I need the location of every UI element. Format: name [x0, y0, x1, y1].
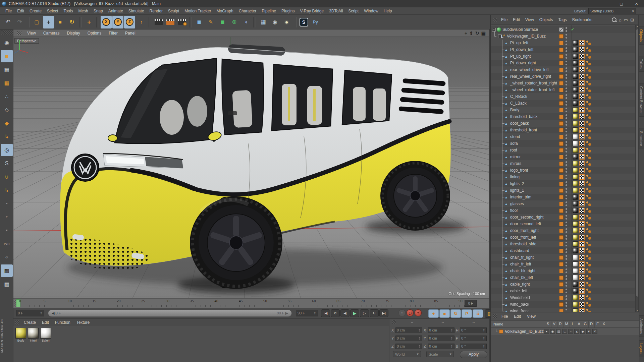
panel-grip[interactable]	[493, 18, 497, 22]
pin-p-icon[interactable]: P	[1, 211, 13, 223]
pin-r-icon[interactable]: R	[1, 224, 13, 237]
selection-tag[interactable]	[586, 40, 592, 46]
menu-item[interactable]: Window	[361, 9, 381, 13]
pan-view-icon[interactable]: +	[465, 31, 467, 36]
uvw-tag[interactable]	[579, 47, 585, 52]
layer-color-chip[interactable]	[559, 255, 564, 260]
side-tab[interactable]: Structure	[639, 128, 644, 149]
visibility-dots[interactable]	[566, 222, 567, 226]
lights_2[interactable]: ▲ lights_2	[491, 180, 635, 187]
material-tag[interactable]	[573, 101, 578, 106]
material-menu-item[interactable]: Edit	[39, 320, 52, 325]
material-tag[interactable]	[573, 80, 578, 86]
enable-snap-icon[interactable]: ∪	[1, 171, 13, 183]
layer-color-chip[interactable]	[559, 41, 564, 45]
chair_fr_right[interactable]: ▲ chair_fr_right	[491, 254, 635, 261]
layer-color-chip[interactable]	[559, 141, 564, 146]
prev-frame-button[interactable]: ◀	[340, 309, 350, 317]
selection-tag[interactable]	[586, 288, 592, 294]
layer-color-chip[interactable]	[559, 249, 564, 253]
object-manager-menu-item[interactable]: Objects	[537, 17, 556, 22]
selection-tag[interactable]	[586, 80, 592, 86]
layer-color-chip[interactable]	[559, 155, 564, 159]
object-manager-menu-item[interactable]: File	[498, 17, 510, 22]
home-icon[interactable]: ⌂	[619, 17, 622, 22]
viewport-menu-item[interactable]: Panel	[121, 31, 139, 36]
material-tag[interactable]	[573, 114, 578, 119]
uvw-tag[interactable]	[579, 80, 585, 86]
play-button[interactable]: ▶	[350, 309, 359, 317]
enabled-check-icon[interactable]: ✓	[571, 27, 574, 32]
material-tag[interactable]	[573, 67, 578, 72]
coordinate-input[interactable]: 0 cm⇕	[428, 336, 454, 341]
material-tag[interactable]	[573, 201, 578, 206]
Pt_down_right[interactable]: ▲ Pt_down_right	[491, 60, 635, 66]
selection-tag[interactable]	[586, 121, 592, 126]
material-tag[interactable]	[573, 235, 578, 240]
menu-item[interactable]: Pipeline	[259, 9, 279, 13]
redo-icon[interactable]: ↷	[14, 16, 25, 28]
selection-tag[interactable]	[586, 74, 592, 79]
Body[interactable]: Body	[15, 328, 27, 342]
material-tag[interactable]	[573, 40, 578, 46]
uvw-tag[interactable]	[579, 194, 585, 200]
timeline-slider[interactable]: ◀ 0 F 90 F ▶	[48, 310, 292, 317]
model-mode-icon[interactable]: ■	[1, 50, 13, 62]
visibility-dots[interactable]	[566, 121, 567, 126]
Interi[interactable]: Interi	[27, 328, 39, 342]
_wheel_rotator_front_right[interactable]: ▲ _wheel_rotator_front_right	[491, 80, 635, 86]
uvw-tag[interactable]	[579, 221, 585, 227]
uvw-tag[interactable]	[579, 201, 585, 206]
chair_bk_left[interactable]: ▲ chair_bk_left	[491, 274, 635, 281]
visibility-dots[interactable]	[566, 175, 567, 179]
scale-tool-icon[interactable]: ■	[55, 16, 66, 28]
visibility-dots[interactable]	[566, 255, 567, 260]
uvw-tag[interactable]	[579, 255, 585, 260]
menu-item[interactable]: V-Ray Bridge	[297, 9, 326, 13]
uvw-tag[interactable]	[579, 174, 585, 180]
visibility-dots[interactable]	[566, 34, 567, 39]
visibility-dots[interactable]	[566, 268, 567, 273]
uvw-tag[interactable]	[579, 94, 585, 99]
menu-item[interactable]: Mesh	[75, 9, 91, 13]
menu-item[interactable]: MoGraph	[214, 9, 236, 13]
solo-dot-icon[interactable]: ●	[544, 329, 549, 334]
layer-color-chip[interactable]	[559, 81, 564, 85]
uvw-tag[interactable]	[579, 268, 585, 274]
lights_1[interactable]: ▲ lights_1	[491, 187, 635, 194]
visibility-dots[interactable]	[566, 295, 567, 300]
object-manager-menu-item[interactable]: Bookmarks	[570, 17, 595, 22]
lock-x-axis-icon[interactable]: X	[101, 16, 112, 28]
selection-tag[interactable]	[586, 188, 592, 193]
render-view-icon[interactable]	[153, 16, 164, 28]
uvw-tag[interactable]	[579, 134, 585, 139]
layer-color-chip[interactable]	[559, 101, 564, 106]
material-tag[interactable]	[573, 188, 578, 193]
visibility-dots[interactable]	[566, 208, 567, 213]
menu-item[interactable]: Render	[147, 9, 165, 13]
layer-color-chip[interactable]	[559, 262, 564, 266]
material-tag[interactable]	[573, 261, 578, 267]
object-manager-menu-item[interactable]: Tags	[556, 17, 570, 22]
uvw-tag[interactable]	[579, 228, 585, 233]
visibility-dots[interactable]	[566, 282, 567, 287]
visibility-dots[interactable]	[566, 188, 567, 193]
material-tag[interactable]	[573, 127, 578, 133]
uvw-tag[interactable]	[579, 127, 585, 133]
uvw-tag[interactable]	[579, 74, 585, 79]
material-tag[interactable]	[573, 295, 578, 300]
visibility-dots[interactable]	[566, 235, 567, 240]
render-settings-icon[interactable]	[176, 16, 187, 28]
stend[interactable]: ▲ stend	[491, 133, 635, 140]
material-tag[interactable]	[573, 215, 578, 220]
layer-color-chip[interactable]	[559, 195, 564, 199]
material-tag[interactable]	[573, 141, 578, 146]
add-icon[interactable]: ⊞	[630, 17, 634, 22]
visibility-dots[interactable]	[566, 134, 567, 139]
side-tab[interactable]: Objects	[639, 26, 644, 45]
points-mode-icon[interactable]: ∴	[1, 90, 13, 103]
uvw-tag[interactable]	[579, 188, 585, 193]
visibility-dots[interactable]	[566, 242, 567, 246]
material-tag[interactable]	[573, 241, 578, 247]
visibility-dots[interactable]	[566, 248, 567, 253]
